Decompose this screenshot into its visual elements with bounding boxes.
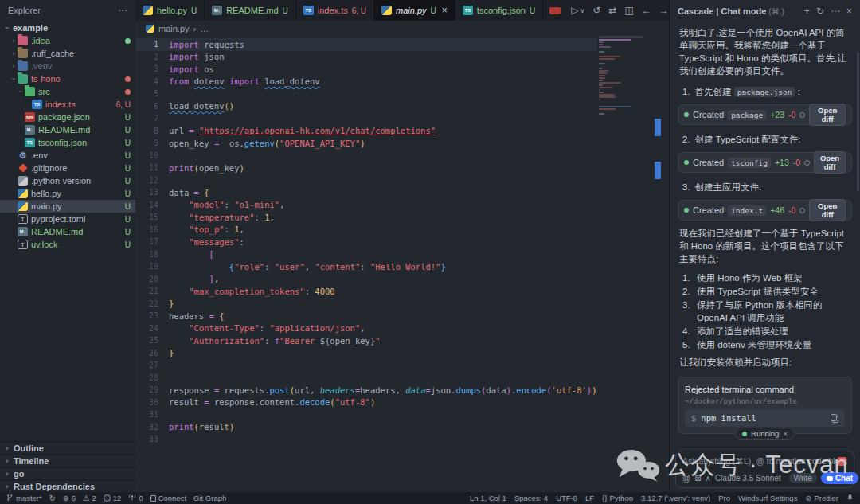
model-caret-icon[interactable]: ∧ [706,474,711,483]
project-root-example[interactable]: › example [0,21,135,34]
chat-toggle[interactable]: Chat [821,472,858,484]
open-diff-button[interactable]: Open diff [814,151,846,174]
code-line-11[interactable]: 11print(open_key) [135,162,597,174]
tab-index.ts[interactable]: TSindex.ts6, U [296,0,374,21]
code-line-26[interactable]: 26} [135,347,597,360]
file-hello.py[interactable]: hello.pyU [0,187,135,200]
breadcrumb[interactable]: main.py › … [135,21,669,36]
panel-more-icon[interactable]: ⋯ [831,6,840,17]
panel-close-icon[interactable]: × [846,6,852,17]
file-tsconfig.json[interactable]: TStsconfig.jsonU [0,136,135,149]
new-chat-icon[interactable]: + [804,6,810,17]
history-icon[interactable]: ↻ [816,6,824,17]
file-index.ts[interactable]: TSindex.ts6, U [0,98,135,111]
back-icon[interactable]: ← [642,5,651,16]
stop-button[interactable] [838,457,846,466]
status-lf[interactable]: LF [585,494,594,502]
copy-icon[interactable] [831,414,838,423]
model-selector[interactable]: Claude 3.5 Sonnet [715,474,781,483]
code-line-12[interactable]: 12 [135,174,597,187]
status-ln-1-col-1[interactable]: Ln 1, Col 1 [470,494,506,502]
chat-input-box[interactable]: Ask anything (⌘L), @ to mention code blo… [675,451,854,488]
code-line-9[interactable]: 9open_key = os.getenv("OPENAI_API_KEY") [135,137,597,150]
tab-hello.py[interactable]: hello.pyU [135,0,205,21]
code-line-17[interactable]: 17 "messages": [135,236,597,248]
file-.env[interactable]: ⚙.envU [0,149,135,162]
sync-icon[interactable]: ⇄ [608,5,616,16]
revert-icon[interactable] [799,208,805,213]
mention-icon[interactable]: @ [682,474,690,483]
code-line-14[interactable]: 14 "model": "o1-mini", [135,199,597,212]
running-status-pill[interactable]: Running × [735,428,795,440]
file-main.py[interactable]: main.pyU [0,200,135,213]
tab-main.py[interactable]: main.pyU× [374,0,455,21]
status-git-graph[interactable]: Git Graph [194,494,226,502]
file-chip[interactable]: index.t [728,205,766,216]
file-history-icon[interactable]: ↺ [592,5,600,16]
code-line-33[interactable]: 33 [135,433,597,446]
status-12[interactable]: i12 [104,494,122,502]
code-line-2[interactable]: 2import json [135,51,597,64]
file-chip[interactable]: package [728,110,766,120]
code-line-8[interactable]: 8url = "https://api.openai-hk.com/v1/cha… [135,125,597,138]
code-line-1[interactable]: 1import requests [135,38,597,51]
code-line-18[interactable]: 18 [ [135,248,597,261]
tab-README.md[interactable]: M↓README.mdU [205,0,296,21]
section-rust-dependencies[interactable]: ›Rust Dependencies [0,479,135,492]
status-connect[interactable]: Connect [150,494,186,502]
run-dropdown-icon[interactable]: ∨ [580,7,584,14]
code-line-5[interactable]: 5 [135,88,597,100]
file-.idea[interactable]: ›.idea [0,34,135,47]
status-pro[interactable]: Pro [718,494,730,502]
file-src[interactable]: ›src [0,85,135,98]
tab-close-icon[interactable]: × [442,5,448,16]
status-bell[interactable] [846,494,854,503]
status-3-12-7-venv-venv-[interactable]: 3.12.7 ('.venv': venv) [641,494,710,502]
code-line-23[interactable]: 23headers = { [135,310,597,322]
code-line-29[interactable]: 29response = requests.post(url, headers=… [135,384,597,397]
open-diff-button[interactable]: Open diff [809,199,846,221]
file-README.md[interactable]: M↓README.mdU [0,123,135,136]
minimap-slider[interactable] [599,36,643,38]
code-line-27[interactable]: 27 [135,359,597,372]
file-.ruff_cache[interactable]: ›.ruff_cache [0,47,135,60]
split-editor-icon[interactable]: ◫ [624,5,633,16]
status-python[interactable]: {}Python [602,494,633,502]
revert-icon[interactable] [799,112,805,118]
terminal-command[interactable]: $ npm install [685,409,845,427]
file-.gitignore[interactable]: .gitignoreU [0,162,135,174]
code-line-4[interactable]: 4from dotenv import load_dotenv [135,76,597,88]
section-outline[interactable]: ›Outline [0,441,135,454]
code-line-30[interactable]: 30result = response.content.decode("utf-… [135,397,597,409]
code-line-28[interactable]: 28 [135,372,597,385]
file-.venv[interactable]: ›.venv [0,60,135,72]
status-sync[interactable]: ↻ [49,494,56,502]
code-line-15[interactable]: 15 "temperature": 1, [135,211,597,224]
file-ts-hono[interactable]: ›ts-hono [0,72,135,85]
breadcrumb-file[interactable]: main.py [158,24,190,33]
minimap[interactable] [599,39,635,492]
breadcrumb-more[interactable]: … [200,24,209,33]
code-line-19[interactable]: 19 {"role": "user", "content": "Hello Wo… [135,260,597,273]
code-line-6[interactable]: 6load_dotenv() [135,100,597,113]
status-spaces-4[interactable]: Spaces: 4 [514,494,548,502]
file-chip[interactable]: tsconfig [728,158,771,168]
code-line-13[interactable]: 13data = { [135,186,597,199]
code-line-25[interactable]: 25 "Authorization": f"Bearer ${open_key}… [135,334,597,347]
run-button[interactable]: ▷ [571,5,578,16]
status-windsurf-settings[interactable]: Windsurf Settings [738,494,797,502]
code-line-32[interactable]: 32print(result) [135,421,597,434]
code-line-24[interactable]: 24 "Content-Type": "application/json", [135,322,597,335]
file-README.md[interactable]: M↓README.mdU [0,225,135,238]
section-go[interactable]: ›go [0,467,135,479]
revert-icon[interactable] [804,160,810,166]
status-2[interactable]: ⚠2 [83,494,96,502]
status-master-[interactable]: master* [6,494,42,503]
image-icon[interactable]: ⊠ [694,474,701,483]
code-line-21[interactable]: 21 "max_completion_tokens": 4000 [135,285,597,298]
section-timeline[interactable]: ›Timeline [0,454,135,467]
file-pyproject.toml[interactable]: Tpyproject.tomlU [0,213,135,225]
panel-scrollbar[interactable] [857,52,859,191]
cancel-run-icon[interactable]: × [783,428,788,440]
file-package.json[interactable]: npmpackage.jsonU [0,111,135,123]
